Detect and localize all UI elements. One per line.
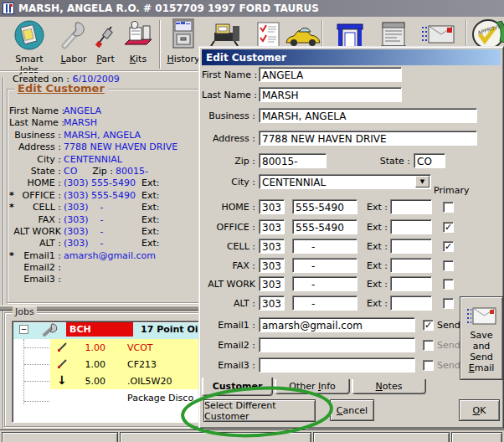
register-icon (119, 19, 157, 51)
email2-field[interactable] (259, 337, 415, 352)
bottom-button[interactable] (120, 432, 311, 442)
fax-area-field[interactable]: 303 (259, 258, 285, 273)
window-title: MARSH, ANGELA R.O. # 0157709 1997 FORD T… (18, 3, 319, 14)
city-row: City : CENTENNIAL▼ (202, 174, 431, 189)
toolbar-part-button[interactable]: Part (90, 19, 121, 64)
dialog-titlebar[interactable]: Edit Customer (202, 49, 501, 65)
office-primary-checkbox[interactable]: ✓ (443, 222, 454, 233)
email3-send-label: Send (437, 360, 460, 371)
cell-number-field[interactable]: - (292, 239, 357, 254)
email1-send-checkbox[interactable]: ✓ (423, 320, 434, 331)
dialog-title: Edit Customer (206, 52, 286, 64)
toolbar-separator (159, 20, 161, 69)
edit-customer-dialog: Edit Customer First Name : ANGELA Last N… (198, 46, 504, 429)
tab-other-info[interactable]: Other Info (275, 379, 350, 394)
alt-area-field[interactable]: 303 (259, 296, 285, 311)
ok-button[interactable]: OK (459, 399, 500, 421)
fax-ext-field[interactable] (390, 258, 432, 273)
tab-notes[interactable]: Notes (352, 379, 426, 394)
alt-primary-checkbox[interactable] (443, 298, 454, 309)
fax-phone-row: FAX : 303 - Ext : (202, 258, 478, 273)
cell-ext-field[interactable] (390, 239, 432, 254)
home-ext-field[interactable] (390, 199, 432, 214)
toolbar-labor-button[interactable]: Labor (55, 19, 92, 64)
alt-phone-row: ALT : 303 - Ext : (202, 296, 478, 311)
home-area-field[interactable]: 303 (259, 199, 285, 214)
down-arrow-icon: ↓ (57, 373, 67, 387)
last-name-field[interactable]: MARSH (259, 87, 402, 102)
email2-send-checkbox[interactable] (423, 340, 434, 351)
tree-connector (23, 339, 24, 404)
spark-plug-icon (90, 19, 121, 51)
email3-row: Email3 : Send (202, 357, 460, 373)
cell-area-field[interactable]: 303 (259, 239, 285, 254)
toolbar-kits-button[interactable]: Kits (119, 19, 157, 64)
tab-customer[interactable]: Customer (202, 378, 273, 396)
fax-number-field[interactable]: - (292, 258, 357, 273)
alt-ext-field[interactable] (390, 296, 432, 311)
select-different-customer-button[interactable]: Select Different Customer (203, 399, 316, 422)
alt-work-phone-row: ALT WORK 303 - Ext : (202, 276, 478, 291)
wrench-icon (55, 19, 92, 51)
email-envelope-icon (465, 306, 497, 330)
save-and-send-email-button[interactable]: Save and Send Email (460, 296, 503, 380)
office-phone-row: OFFICE : 303 555-5490 Ext : ✓ (202, 219, 478, 234)
business-row: Business : MARSH, ANGELA (202, 108, 477, 123)
job-title: 17 Point Oil (141, 324, 201, 335)
jobs-panel-heading: Jobs (13, 306, 37, 317)
home-primary-checkbox[interactable] (443, 202, 454, 213)
first-name-row: First Name : ANGELA (202, 67, 402, 82)
email1-field[interactable]: amarsh@gmail.com (259, 317, 415, 332)
app-icon (3, 3, 14, 14)
bottom-toolbar (0, 429, 504, 442)
email3-send-checkbox[interactable] (423, 360, 434, 371)
home-phone-row: HOME : 303 555-5490 Ext : (202, 199, 478, 214)
alt-work-primary-checkbox[interactable] (443, 279, 454, 290)
zip-field[interactable]: 80015- (259, 153, 327, 168)
email2-row: Email2 : Send (202, 337, 460, 352)
office-number-field[interactable]: 555-5490 (292, 219, 357, 234)
last-name-row: Last Name : MARSH (202, 87, 402, 102)
zip-state-row: Zip : 80015- State : CO (202, 153, 445, 168)
bottom-button[interactable] (313, 432, 450, 442)
email1-row: Email1 : amarsh@gmail.com ✓ Send (202, 317, 460, 332)
window-titlebar: MARSH, ANGELA R.O. # 0157709 1997 FORD T… (0, 0, 504, 17)
alt-number-field[interactable]: - (292, 296, 357, 311)
cell-phone-row: CELL : 303 - Ext : ✓ (202, 239, 478, 254)
business-field[interactable]: MARSH, ANGELA (259, 108, 477, 123)
part-pen-icon (57, 357, 69, 372)
job-code-cell[interactable]: BCH (66, 322, 133, 337)
cancel-button[interactable]: Cancel (330, 399, 374, 421)
cell-primary-checkbox[interactable]: ✓ (443, 241, 454, 252)
city-dropdown[interactable]: CENTENNIAL▼ (259, 174, 431, 189)
bottom-button[interactable] (2, 432, 118, 442)
primary-column-label: Primary (434, 185, 470, 196)
job-wrench-icon (41, 322, 59, 340)
alt-work-area-field[interactable]: 303 (259, 276, 285, 291)
email1-send-label: Send (437, 320, 460, 331)
smart-jobs-icon (5, 19, 54, 51)
toolbar-smart-jobs-button[interactable]: Smart Jobs (5, 19, 54, 75)
alt-work-number-field[interactable]: - (292, 276, 357, 291)
customer-panel-heading: Edit Customer (14, 82, 108, 95)
email3-field[interactable] (259, 357, 415, 373)
home-number-field[interactable]: 555-5490 (292, 199, 357, 214)
email2-send-label: Send (437, 340, 460, 351)
tree-expander-icon[interactable]: − (19, 325, 28, 334)
office-area-field[interactable]: 303 (259, 219, 285, 234)
address-field[interactable]: 7788 NEW HAVEN DRIVE (259, 131, 477, 146)
part-pen-icon (57, 341, 69, 355)
alt-work-ext-field[interactable] (390, 276, 432, 291)
first-name-field[interactable]: ANGELA (259, 67, 402, 82)
bottom-button[interactable] (451, 432, 502, 442)
address-row: Address : 7788 NEW HAVEN DRIVE (202, 131, 477, 146)
dropdown-arrow-icon[interactable]: ▼ (415, 176, 429, 188)
office-ext-field[interactable] (390, 219, 432, 234)
state-field[interactable]: CO (414, 153, 445, 168)
fax-primary-checkbox[interactable] (443, 260, 454, 271)
